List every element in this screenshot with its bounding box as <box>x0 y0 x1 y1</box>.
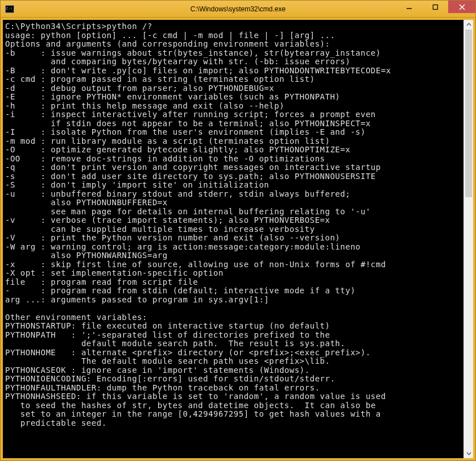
cmd-window: C:\Windows\system32\cmd.exe C:\Python34\… <box>0 0 476 461</box>
minimize-icon <box>406 4 412 10</box>
maximize-icon <box>432 4 438 10</box>
scrollbar-thumb[interactable] <box>465 30 472 197</box>
svg-rect-1 <box>433 5 437 9</box>
chevron-up-icon <box>466 22 471 27</box>
chevron-down-icon <box>466 451 471 456</box>
scrollbar-track[interactable] <box>464 30 473 448</box>
vertical-scrollbar[interactable] <box>463 20 473 458</box>
maximize-button[interactable] <box>422 1 448 13</box>
console-output[interactable]: C:\Python34\Scripts>python /? usage: pyt… <box>3 20 463 458</box>
cmd-icon <box>5 5 14 13</box>
minimize-button[interactable] <box>396 1 422 13</box>
window-controls <box>396 1 475 17</box>
close-button[interactable] <box>448 1 475 13</box>
close-icon <box>459 4 465 10</box>
titlebar[interactable]: C:\Windows\system32\cmd.exe <box>1 1 475 18</box>
client-area: C:\Python34\Scripts>python /? usage: pyt… <box>1 18 475 460</box>
scroll-down-button[interactable] <box>464 448 473 458</box>
scroll-up-button[interactable] <box>464 20 473 30</box>
